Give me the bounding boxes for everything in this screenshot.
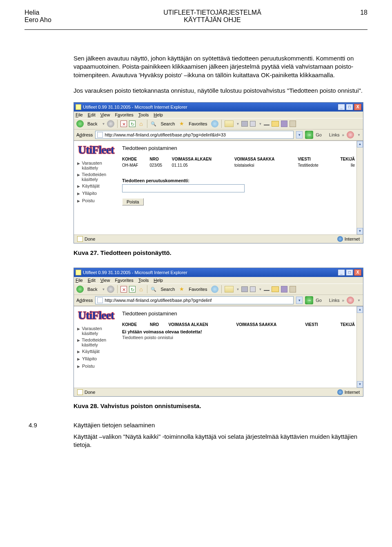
menu-favorites[interactable]: Favorites <box>115 278 133 283</box>
stop-icon[interactable]: ✕ <box>120 286 127 292</box>
back-dropdown-icon[interactable]: ▼ <box>102 122 105 126</box>
vertical-scrollbar[interactable]: ▲ ▼ <box>356 141 363 234</box>
history-icon[interactable] <box>211 286 218 293</box>
menu-view[interactable]: View <box>100 112 110 117</box>
sidebar-item-tiedotteet[interactable]: ▶Tiedotteiden käsittely <box>77 337 117 348</box>
print-options-icon[interactable] <box>250 286 256 292</box>
menu-edit[interactable]: Edit <box>88 112 96 117</box>
folder-icon[interactable] <box>272 121 279 127</box>
favorites-button[interactable]: Favorites <box>187 286 209 292</box>
menu-tools[interactable]: Tools <box>138 278 149 283</box>
print-icon[interactable] <box>241 121 248 127</box>
search-icon[interactable]: 🔍 <box>150 121 157 127</box>
sidebar-item-label: Käyttäjät <box>82 349 100 355</box>
norton-dropdown-icon[interactable]: ▼ <box>357 133 361 137</box>
cell-voimassa-saakka: toistaiseksi <box>234 162 298 168</box>
menu-file[interactable]: File <box>76 278 83 283</box>
bullet-icon: ▶ <box>77 198 80 204</box>
sidebar-item-kayttajat[interactable]: ▶Käyttäjät <box>77 348 117 355</box>
links-chevron-icon[interactable]: » <box>342 298 345 303</box>
url-input[interactable]: http://www.maf-finland.org/utifleet/base… <box>95 296 294 304</box>
minimize-button[interactable]: _ <box>338 269 345 276</box>
url-page-icon <box>97 132 103 138</box>
mail-dropdown-icon[interactable]: ▼ <box>236 122 240 126</box>
folder-icon[interactable] <box>272 286 279 292</box>
menu-file[interactable]: File <box>76 112 83 117</box>
sidebar-item-varaukset[interactable]: ▶Varausten käsittely <box>77 325 117 337</box>
forward-icon[interactable] <box>107 286 114 293</box>
back-dropdown-icon[interactable]: ▼ <box>102 288 105 291</box>
menu-favorites[interactable]: Favorites <box>115 112 133 117</box>
home-icon[interactable]: ⌂ <box>138 121 144 127</box>
menu-edit[interactable]: Edit <box>88 278 96 283</box>
discuss-icon[interactable] <box>281 121 287 127</box>
close-button[interactable]: X <box>354 269 361 276</box>
print-icon[interactable] <box>241 286 248 292</box>
history-icon[interactable] <box>211 120 218 127</box>
address-dropdown-icon[interactable]: ▾ <box>296 131 303 138</box>
menu-help[interactable]: Help <box>154 278 163 283</box>
norton-icon[interactable] <box>347 297 354 304</box>
minimize-button[interactable]: _ <box>338 104 345 110</box>
back-button[interactable]: Back <box>86 286 99 292</box>
print-options-icon[interactable] <box>250 121 256 127</box>
sidebar-item-tiedotteet[interactable]: ▶Tiedotteiden käsittely <box>77 171 117 183</box>
search-icon[interactable]: 🔍 <box>150 286 157 292</box>
th-kohde: KOHDE <box>122 156 150 162</box>
scroll-down-icon[interactable]: ▼ <box>357 228 363 234</box>
stop-icon[interactable]: ✕ <box>120 121 127 127</box>
favorites-button[interactable]: Favorites <box>187 121 209 127</box>
address-dropdown-icon[interactable]: ▾ <box>296 297 303 304</box>
sidebar-item-yllapito[interactable]: ▶Ylläpito <box>77 190 117 197</box>
sidebar-item-poistu[interactable]: ▶Poistu <box>77 197 117 205</box>
search-button[interactable]: Search <box>159 286 176 292</box>
cancel-comment-input[interactable] <box>122 184 245 192</box>
home-icon[interactable]: ⌂ <box>138 286 144 292</box>
mail-icon[interactable] <box>225 286 234 292</box>
scroll-up-icon[interactable]: ▲ <box>357 141 363 147</box>
url-input[interactable]: http://www.maf-finland.org/utifleet/base… <box>95 131 294 139</box>
back-icon[interactable] <box>76 120 84 127</box>
refresh-icon[interactable]: ↻ <box>129 286 136 292</box>
print-dropdown-icon[interactable]: ▼ <box>258 288 262 291</box>
scroll-down-icon[interactable]: ▼ <box>357 381 363 388</box>
scroll-track[interactable] <box>357 147 363 228</box>
research-icon[interactable] <box>290 121 296 127</box>
research-icon[interactable] <box>290 286 296 292</box>
sidebar-item-varaukset[interactable]: ▶Varausten käsittely <box>77 160 117 171</box>
sidebar-item-poistu[interactable]: ▶Poistu <box>77 363 117 370</box>
links-label[interactable]: Links <box>329 132 340 137</box>
sidebar-item-label: Käyttäjät <box>82 183 100 189</box>
back-icon[interactable] <box>76 286 84 293</box>
links-chevron-icon[interactable]: » <box>342 133 345 137</box>
norton-dropdown-icon[interactable]: ▼ <box>357 299 361 302</box>
mail-icon[interactable] <box>225 121 234 127</box>
menu-view[interactable]: View <box>100 278 110 283</box>
links-label[interactable]: Links <box>329 298 340 303</box>
toolbar: Back ▼ ✕ ↻ ⌂ 🔍 Search ★ Favorites ▼ ▼ <box>74 118 363 129</box>
maximize-button[interactable]: □ <box>346 269 353 276</box>
sidebar-item-kayttajat[interactable]: ▶Käyttäjät <box>77 183 117 190</box>
menu-tools[interactable]: Tools <box>138 112 149 117</box>
scroll-track[interactable] <box>357 313 363 381</box>
vertical-scrollbar[interactable]: ▲ ▼ <box>356 306 363 388</box>
mail-dropdown-icon[interactable]: ▼ <box>236 288 240 291</box>
norton-icon[interactable] <box>347 131 354 138</box>
maximize-button[interactable]: □ <box>346 104 353 110</box>
sidebar-item-yllapito[interactable]: ▶Ylläpito <box>77 355 117 363</box>
favorites-icon[interactable]: ★ <box>178 286 185 292</box>
go-button[interactable]: → <box>305 296 313 304</box>
menu-help[interactable]: Help <box>154 112 163 117</box>
address-bar: Address http://www.maf-finland.org/utifl… <box>74 129 363 141</box>
print-dropdown-icon[interactable]: ▼ <box>258 122 262 126</box>
scroll-up-icon[interactable]: ▲ <box>357 306 363 313</box>
back-button[interactable]: Back <box>86 121 99 127</box>
search-button[interactable]: Search <box>159 121 176 127</box>
poista-button[interactable]: Poista <box>122 198 144 205</box>
refresh-icon[interactable]: ↻ <box>129 121 136 127</box>
favorites-icon[interactable]: ★ <box>178 121 185 127</box>
go-button[interactable]: → <box>305 131 313 139</box>
close-button[interactable]: X <box>354 104 361 110</box>
discuss-icon[interactable] <box>281 286 287 292</box>
forward-icon[interactable] <box>107 120 114 127</box>
